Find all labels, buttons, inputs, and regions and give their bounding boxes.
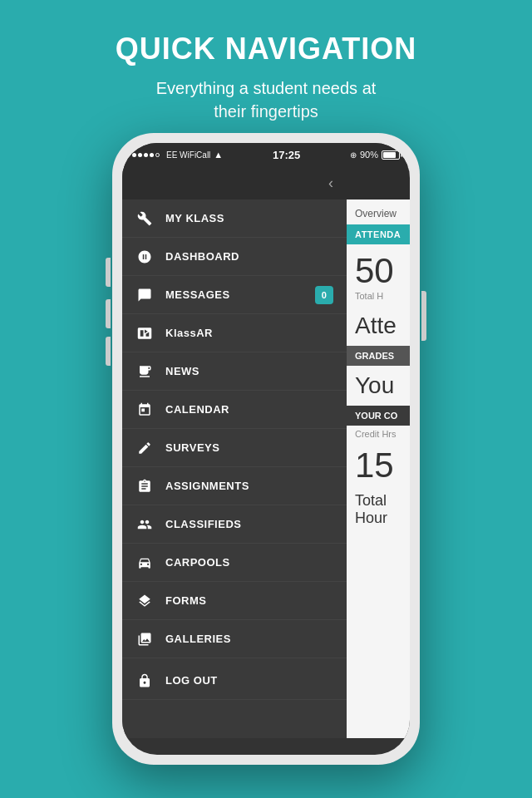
status-time: 17:25 (273, 149, 300, 161)
nav-item-label: GALLERIES (165, 633, 231, 645)
page-title: QUICK NAVIGATION (50, 32, 482, 66)
nav-item-label: KlassAR (165, 327, 213, 339)
car-icon (135, 554, 154, 572)
nav-sidebar: ‹ MY KLASS DASHBOARD (122, 166, 347, 738)
nav-item-calendar[interactable]: CALENDAR (122, 391, 347, 429)
back-chevron-icon[interactable]: ‹ (328, 175, 333, 192)
hour-label: Hour (347, 510, 410, 527)
right-panel: Overview ATTENDA 50 Total H Atte GRADES … (347, 166, 410, 738)
clipboard-icon (135, 477, 154, 495)
status-bar: EE WiFiCall ▲ 17:25 ⊕ 90% (122, 143, 410, 166)
wifi-icon: ▲ (214, 150, 223, 160)
nav-item-label: CALENDAR (165, 403, 229, 416)
battery-bar (382, 150, 400, 160)
tools-icon (135, 209, 154, 228)
nav-item-label: MESSAGES (165, 288, 230, 301)
page-header: QUICK NAVIGATION Everything a student ne… (0, 0, 532, 136)
nav-item-label: DASHBOARD (165, 250, 239, 263)
chat-icon (135, 286, 154, 304)
nav-item-news[interactable]: NEWS (122, 352, 347, 391)
nav-item-dashboard[interactable]: DASHBOARD (122, 238, 347, 276)
dashboard-icon (135, 248, 154, 266)
nav-item-label: NEWS (165, 365, 200, 377)
calendar-icon (135, 401, 154, 419)
battery-icon: ⊕ (350, 150, 357, 160)
nav-item-label: MY KLASS (165, 212, 224, 224)
page-subtitle: Everything a student needs attheir finge… (50, 76, 482, 123)
nav-item-assignments[interactable]: ASSIGNMENTS (122, 467, 347, 505)
nav-item-messages[interactable]: MESSAGES 0 (122, 276, 347, 314)
your-label: You (347, 366, 410, 406)
nav-item-label: SURVEYS (165, 441, 219, 454)
nav-item-logout[interactable]: LOG OUT (122, 662, 347, 700)
battery-percent: 90% (360, 150, 378, 160)
grades-header: GRADES (347, 346, 410, 366)
carrier-label: EE WiFiCall (166, 150, 210, 160)
your-co-header: YOUR CO (347, 406, 410, 426)
atte-label: Atte (347, 306, 410, 346)
nav-item-carpools[interactable]: CARPOOLS (122, 544, 347, 582)
nav-item-galleries[interactable]: GALLERIES (122, 620, 347, 658)
attendance-header: ATTENDA (347, 224, 410, 244)
nav-item-label: CLASSIFIEDS (165, 518, 241, 530)
credit-hrs-label: Credit Hrs (347, 426, 410, 442)
right-panel-header (347, 166, 410, 200)
nav-item-my-klass[interactable]: MY KLASS (122, 200, 347, 238)
back-row: ‹ (122, 166, 347, 200)
news-icon (135, 362, 154, 381)
gallery-icon (135, 630, 154, 648)
overview-label: Overview (347, 200, 410, 224)
nav-item-forms[interactable]: FORMS (122, 582, 347, 620)
nav-item-label: LOG OUT (165, 674, 218, 687)
book-icon (135, 324, 154, 342)
nav-item-surveys[interactable]: SURVEYS (122, 429, 347, 467)
nav-item-label: ASSIGNMENTS (165, 480, 249, 492)
lock-icon (135, 672, 154, 690)
total-h-label: Total H (347, 291, 410, 306)
layers-icon (135, 592, 154, 610)
nav-item-classifieds[interactable]: CLASSIFIEDS (122, 505, 347, 544)
fifteen-number: 15 (347, 442, 410, 489)
messages-badge: 0 (315, 286, 333, 304)
phone-frame: EE WiFiCall ▲ 17:25 ⊕ 90% ‹ (112, 133, 420, 765)
nav-item-klassar[interactable]: KlassAR (122, 314, 347, 352)
pencil-icon (135, 439, 154, 457)
big-number: 50 (347, 244, 410, 291)
classifieds-icon (135, 515, 154, 534)
nav-item-label: FORMS (165, 594, 206, 607)
total-label: Total (347, 489, 410, 510)
nav-item-label: CARPOOLS (165, 556, 230, 569)
